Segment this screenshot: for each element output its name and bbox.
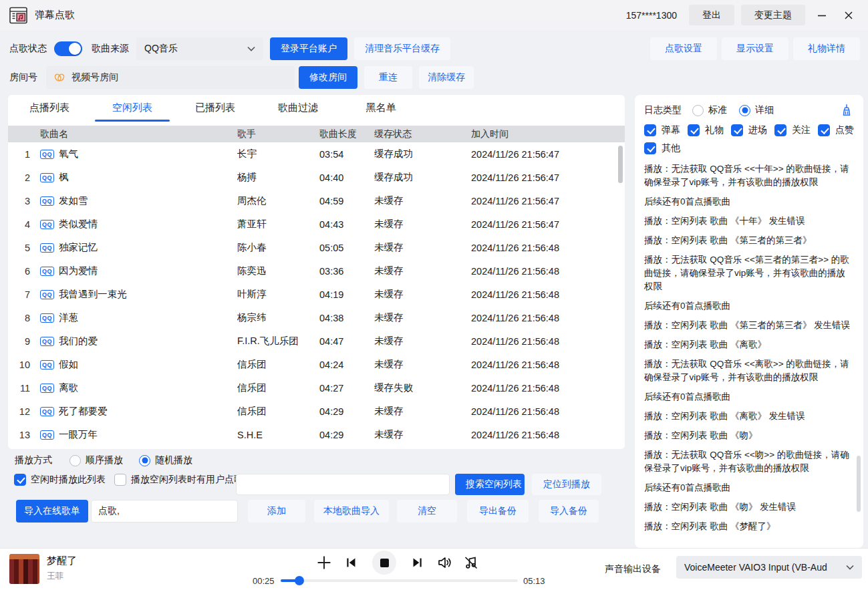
qq-music-icon: QQ xyxy=(40,243,54,253)
cache-status: 未缓存 xyxy=(374,218,471,231)
idle-search-input[interactable] xyxy=(236,474,450,495)
add-button[interactable]: 添加 xyxy=(248,500,305,523)
table-row[interactable]: 4 QQ 类似爱情 萧亚轩 04:43 未缓存 2024/11/26 21:56… xyxy=(8,212,625,236)
clear-cache-button[interactable]: 清除缓存 xyxy=(419,66,474,89)
song-list-card: 点播列表空闲列表已播列表歌曲过滤黑名单 歌曲名 歌手 歌曲长度 缓存状态 加入时… xyxy=(8,95,625,449)
table-row[interactable]: 2 QQ 枫 杨搏 04:40 缓存成功 2024/11/26 21:56:47 xyxy=(8,166,625,189)
search-idle-list-button[interactable]: 搜索空闲列表 xyxy=(455,474,525,495)
log-type-label: 日志类型 xyxy=(644,104,682,116)
import-backup-button[interactable]: 导入备份 xyxy=(539,500,599,523)
table-scrollbar[interactable] xyxy=(618,146,623,183)
table-row[interactable]: 11 QQ 离歌 信乐团 04:27 缓存失败 2024/11/26 21:56… xyxy=(8,376,625,400)
import-online-playlist-button[interactable]: 导入在线歌单 xyxy=(16,500,88,523)
song-artist: 叶斯淳 xyxy=(237,288,319,301)
song-duration: 04:43 xyxy=(319,219,374,230)
playlist-input[interactable] xyxy=(91,500,238,523)
minimize-icon[interactable] xyxy=(812,5,832,25)
progress-thumb[interactable] xyxy=(295,576,304,585)
export-backup-button[interactable]: 导出备份 xyxy=(467,500,529,523)
song-duration: 04:29 xyxy=(319,406,374,417)
idle-option-checkbox[interactable]: 空闲时播放此列表 xyxy=(14,474,106,486)
table-row[interactable]: 3 QQ 发如雪 周杰伦 04:59 未缓存 2024/11/26 21:56:… xyxy=(8,189,625,212)
added-time: 2024/11/26 21:56:47 xyxy=(471,196,625,206)
lyrics-off-icon[interactable] xyxy=(463,555,479,571)
song-duration: 04:24 xyxy=(319,359,374,370)
tab[interactable]: 点播列表 xyxy=(8,95,91,122)
tab[interactable]: 已播列表 xyxy=(174,95,257,122)
logout-button[interactable]: 登出 xyxy=(689,5,734,25)
clear-log-icon[interactable] xyxy=(839,103,854,118)
player-bar: 梦醒了 王菲 00:25 05:13 声音输出设备 xyxy=(0,548,868,590)
close-icon[interactable] xyxy=(839,5,859,25)
log-entry: 播放：空闲列表 歌曲 《第三者的第三者》 发生错误 xyxy=(644,319,854,332)
song-name: 枫 xyxy=(59,171,69,184)
cache-status: 缓存成功 xyxy=(374,171,471,184)
settings-button[interactable]: 显示设置 xyxy=(722,37,788,60)
table-row[interactable]: 12 QQ 死了都要爱 信乐团 04:29 未缓存 2024/11/26 21:… xyxy=(8,400,625,423)
tab[interactable]: 歌曲过滤 xyxy=(257,95,339,122)
table-row[interactable]: 7 QQ 我曾遇到一束光 叶斯淳 04:19 未缓存 2024/11/26 21… xyxy=(8,283,625,306)
elapsed-time: 00:25 xyxy=(253,576,275,586)
log-type-radio[interactable]: 详细 xyxy=(739,104,774,116)
log-filter-checkbox[interactable]: 点赞 xyxy=(818,124,854,136)
table-row[interactable]: 1 QQ 氧气 长宇 03:54 缓存成功 2024/11/26 21:56:4… xyxy=(8,142,625,166)
log-entry: 后续还有0首点播歌曲 xyxy=(644,299,854,313)
title-bar: 弹幕点歌 157****1300 登出 变更主题 xyxy=(0,0,868,30)
checkbox-icon xyxy=(644,124,656,136)
added-time: 2024/11/26 21:56:47 xyxy=(471,172,625,183)
log-entry: 播放：空闲列表 歌曲 《梦醒了》 xyxy=(644,520,854,533)
song-duration: 03:36 xyxy=(319,266,374,277)
table-row[interactable]: 8 QQ 洋葱 杨宗纬 04:38 未缓存 2024/11/26 21:56:4… xyxy=(8,306,625,329)
clear-list-button[interactable]: 清空 xyxy=(397,500,457,523)
app-icon xyxy=(9,7,28,24)
tab[interactable]: 黑名单 xyxy=(339,95,422,122)
add-song-icon[interactable] xyxy=(315,554,333,571)
volume-icon[interactable] xyxy=(436,555,452,571)
reconnect-button[interactable]: 重连 xyxy=(364,66,412,89)
album-art xyxy=(9,554,39,584)
table-row[interactable]: 13 QQ 一眼万年 S.H.E 04:29 未缓存 2024/11/26 21… xyxy=(8,423,625,446)
song-status-toggle[interactable] xyxy=(54,41,82,56)
row-number: 5 xyxy=(8,243,35,253)
modify-room-button[interactable]: 修改房间 xyxy=(299,66,357,89)
song-name: 发如雪 xyxy=(59,194,88,207)
locate-playing-button[interactable]: 定位到播放 xyxy=(532,474,601,495)
tab[interactable]: 空闲列表 xyxy=(91,95,174,122)
log-type-radio[interactable]: 标准 xyxy=(692,104,727,116)
login-platform-button[interactable]: 登录平台账户 xyxy=(270,37,347,60)
log-scrollbar[interactable] xyxy=(857,456,861,512)
radio-icon xyxy=(139,455,150,466)
music-source-select[interactable]: QQ音乐 xyxy=(136,37,263,60)
log-filter-checkbox[interactable]: 弹幕 xyxy=(644,124,680,136)
progress-slider[interactable] xyxy=(281,579,518,582)
next-track-icon[interactable] xyxy=(410,555,425,570)
play-mode-radio[interactable]: 随机播放 xyxy=(139,454,192,466)
qq-music-icon: QQ xyxy=(40,313,54,323)
chevron-down-icon xyxy=(247,46,255,51)
table-row[interactable]: 6 QQ 因为爱情 陈奕迅 03:36 未缓存 2024/11/26 21:56… xyxy=(8,259,625,283)
log-filter-checkbox[interactable]: 其他 xyxy=(644,142,680,154)
music-source-value: QQ音乐 xyxy=(144,43,178,55)
room-input[interactable]: 视频号房间 xyxy=(46,66,295,89)
table-row[interactable]: 10 QQ 假如 信乐团 04:24 未缓存 2024/11/26 21:56:… xyxy=(8,353,625,376)
table-row[interactable]: 9 QQ 我们的爱 F.I.R.飞儿乐团 04:47 未缓存 2024/11/2… xyxy=(8,329,625,353)
added-time: 2024/11/26 21:56:48 xyxy=(471,430,625,440)
song-duration: 04:19 xyxy=(319,289,374,300)
log-filter-checkbox[interactable]: 礼物 xyxy=(688,124,724,136)
local-import-button[interactable]: 本地歌曲导入 xyxy=(314,500,389,523)
added-time: 2024/11/26 21:56:47 xyxy=(471,149,625,160)
log-filter-checkbox[interactable]: 进场 xyxy=(731,124,767,136)
change-theme-button[interactable]: 变更主题 xyxy=(741,5,805,25)
qq-music-icon: QQ xyxy=(40,407,54,416)
settings-button[interactable]: 点歌设置 xyxy=(650,37,717,60)
log-filter-checkbox[interactable]: 关注 xyxy=(774,124,811,136)
settings-button[interactable]: 礼物详情 xyxy=(793,37,860,60)
stop-icon[interactable] xyxy=(372,551,396,575)
clean-music-cache-button[interactable]: 清理音乐平台缓存 xyxy=(354,37,450,60)
table-row[interactable]: 5 QQ 独家记忆 陈小春 05:05 未缓存 2024/11/26 21:56… xyxy=(8,236,625,259)
qq-music-icon: QQ xyxy=(40,430,54,440)
audio-output-select[interactable]: VoiceMeeter VAIO3 Input (VB-Aud xyxy=(676,556,862,579)
log-panel: 日志类型 标准详细 弹幕礼物进场关注点赞其他 播放：无法获取 QQ音乐 <<十年… xyxy=(635,95,863,548)
play-mode-radio[interactable]: 顺序播放 xyxy=(69,454,123,466)
previous-track-icon[interactable] xyxy=(343,555,358,570)
